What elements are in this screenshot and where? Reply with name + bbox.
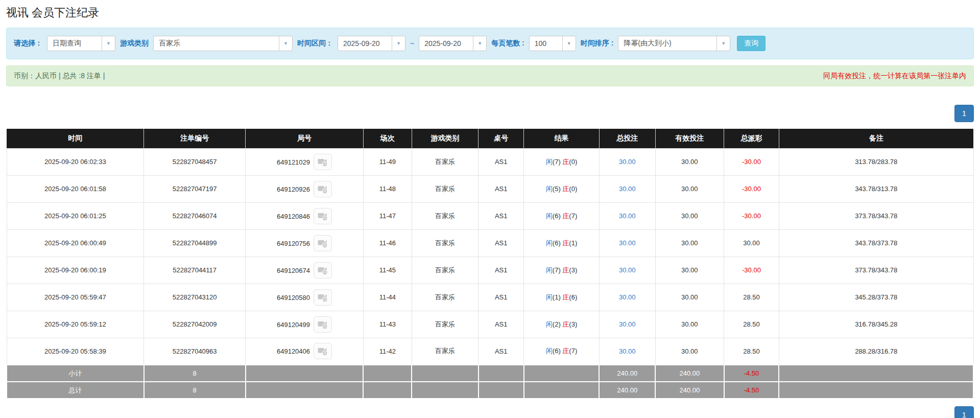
- bet-id-cell: 522827047197: [144, 175, 246, 202]
- video-replay-button[interactable]: [314, 343, 332, 359]
- bet-id-cell: 522827046074: [144, 202, 246, 229]
- time-cell: 2025-09-20 06:02:33: [7, 148, 144, 175]
- game-type-cell: 百家乐: [412, 229, 479, 257]
- session-cell: 11-42: [363, 338, 412, 365]
- payout-cell: -30.00: [724, 175, 779, 202]
- column-header: 结果: [524, 129, 600, 148]
- remark-cell: 345.28/373.78: [779, 284, 973, 311]
- video-replay-button[interactable]: [314, 208, 332, 224]
- column-header: 局号: [246, 129, 364, 148]
- total-bet-link[interactable]: 30.00: [619, 185, 636, 193]
- page-1-button[interactable]: 1: [954, 105, 974, 122]
- table-row: 2025-09-20 05:59:47 522827043120 6491205…: [7, 284, 973, 311]
- session-cell: 11-47: [363, 202, 412, 229]
- remark-cell: 343.78/313.78: [779, 175, 973, 202]
- summary-payout: -4.50: [724, 365, 779, 382]
- payout-cell: 28.50: [724, 311, 779, 338]
- column-header: 总投注: [599, 129, 655, 148]
- film-icon: [317, 238, 328, 248]
- query-type-select[interactable]: 日期查询 ▼: [47, 36, 115, 51]
- round-cell: 649121029: [246, 148, 364, 175]
- video-replay-button[interactable]: [314, 289, 332, 306]
- round-cell: 649120674: [246, 257, 364, 284]
- time-cell: 2025-09-20 06:00:49: [7, 229, 144, 257]
- time-sort-select[interactable]: 降幂(由大到小) ▼: [618, 36, 730, 51]
- table-no-cell: AS1: [479, 229, 524, 257]
- bet-records-table: 时间注单编号局号场次游戏类别桌号结果总投注有效投注总派彩备注 2025-09-2…: [6, 129, 974, 399]
- valid-bet-cell: 30.00: [655, 338, 724, 365]
- round-cell: 649120756: [246, 229, 364, 257]
- table-no-cell: AS1: [479, 257, 524, 284]
- film-icon: [317, 184, 328, 194]
- session-cell: 11-49: [363, 148, 412, 175]
- video-replay-button[interactable]: [314, 181, 332, 197]
- remark-cell: 373.78/343.78: [779, 202, 973, 229]
- game-type-label: 游戏类别: [120, 39, 149, 48]
- date-from-select[interactable]: 2025-09-20 ▼: [338, 36, 405, 51]
- column-header: 注单编号: [144, 129, 246, 148]
- total-bet-link[interactable]: 30.00: [619, 239, 636, 247]
- total-bet-cell: 30.00: [599, 311, 655, 338]
- total-bet-link[interactable]: 30.00: [619, 320, 636, 328]
- valid-bet-cell: 30.00: [655, 284, 724, 311]
- round-cell: 649120926: [246, 175, 364, 202]
- time-cell: 2025-09-20 05:58:39: [7, 338, 144, 365]
- column-header: 场次: [363, 129, 412, 148]
- date-to-select[interactable]: 2025-09-20 ▼: [419, 36, 487, 51]
- summary-payout: -4.50: [724, 382, 779, 399]
- chevron-down-icon: ▼: [392, 36, 405, 51]
- per-page-select[interactable]: 100 ▼: [529, 36, 576, 51]
- total-bet-link[interactable]: 30.00: [619, 266, 636, 274]
- table-row: 2025-09-20 06:01:25 522827046074 6491208…: [7, 202, 973, 229]
- game-type-select[interactable]: 百家乐 ▼: [153, 36, 293, 51]
- query-type-label: 请选择：: [14, 39, 42, 48]
- round-cell: 649120406: [246, 338, 364, 365]
- film-icon: [317, 265, 328, 275]
- session-cell: 11-44: [363, 284, 412, 311]
- table-row: 2025-09-20 06:02:33 522827048457 6491210…: [7, 148, 973, 175]
- remark-cell: 373.78/343.78: [779, 257, 973, 284]
- game-type-cell: 百家乐: [412, 311, 479, 338]
- total-bet-link[interactable]: 30.00: [619, 293, 636, 301]
- per-page-label: 每页笔数 :: [491, 39, 524, 48]
- time-cell: 2025-09-20 06:01:58: [7, 175, 144, 202]
- bet-id-cell: 522827048457: [144, 148, 246, 175]
- summary-label: 总计: [7, 382, 144, 399]
- chevron-down-icon: ▼: [716, 36, 730, 51]
- payout-cell: -30.00: [724, 257, 779, 284]
- page: 视讯 会员下注纪录 请选择： 日期查询 ▼ 游戏类别 百家乐 ▼ 时间区间： 2…: [0, 5, 980, 418]
- result-cell: 闲(2) 庄(3): [524, 311, 600, 338]
- round-cell: 649120580: [246, 284, 364, 311]
- summary-row: 小计 8 240.00 240.00 -4.50: [7, 365, 973, 382]
- game-type-cell: 百家乐: [412, 202, 479, 229]
- bet-id-cell: 522827043120: [144, 284, 246, 311]
- currency-total-text: 币别：人民币 | 总共 :8 注单 |: [14, 72, 105, 81]
- film-icon: [317, 319, 328, 330]
- payout-cell: 28.50: [724, 284, 779, 311]
- pagination-top: 1: [6, 105, 974, 122]
- total-bet-link[interactable]: 30.00: [619, 158, 636, 166]
- payout-cell: 30.00: [724, 229, 779, 257]
- page-1-button[interactable]: 1: [954, 406, 974, 418]
- remark-cell: 343.78/373.78: [779, 229, 973, 257]
- column-header: 备注: [779, 129, 973, 148]
- summary-label: 小计: [7, 365, 144, 382]
- summary-row: 总计 8 240.00 240.00 -4.50: [7, 382, 973, 399]
- total-bet-link[interactable]: 30.00: [619, 347, 636, 355]
- search-button[interactable]: 查询: [737, 36, 766, 51]
- chevron-down-icon: ▼: [473, 36, 486, 51]
- video-replay-button[interactable]: [314, 235, 332, 251]
- time-cell: 2025-09-20 06:01:25: [7, 202, 144, 229]
- round-cell: 649120846: [246, 202, 364, 229]
- video-replay-button[interactable]: [314, 154, 332, 170]
- chevron-down-icon: ▼: [102, 36, 115, 51]
- video-replay-button[interactable]: [314, 262, 332, 278]
- chevron-down-icon: ▼: [279, 36, 292, 51]
- total-bet-link[interactable]: 30.00: [619, 212, 636, 220]
- result-cell: 闲(7) 庄(0): [524, 148, 600, 175]
- payout-cell: 28.50: [724, 338, 779, 365]
- summary-count: 8: [144, 382, 246, 399]
- result-cell: 闲(1) 庄(6): [524, 284, 600, 311]
- video-replay-button[interactable]: [314, 316, 332, 333]
- result-cell: 闲(5) 庄(0): [524, 175, 600, 202]
